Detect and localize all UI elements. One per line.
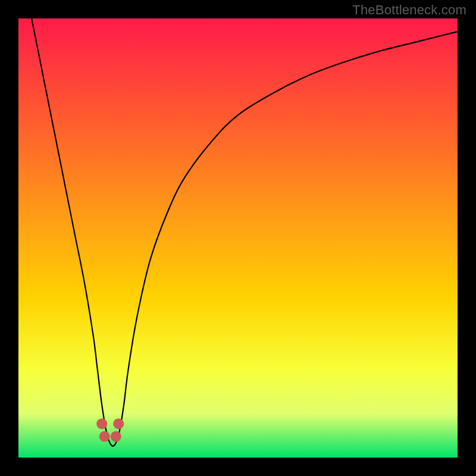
gradient-background (18, 18, 458, 458)
chart-frame: TheBottleneck.com (0, 0, 476, 476)
curve-marker (111, 431, 121, 442)
bottleneck-chart (18, 18, 458, 458)
watermark-text: TheBottleneck.com (352, 2, 466, 18)
curve-marker (96, 418, 107, 429)
curve-marker (113, 418, 124, 429)
curve-marker (99, 431, 110, 442)
